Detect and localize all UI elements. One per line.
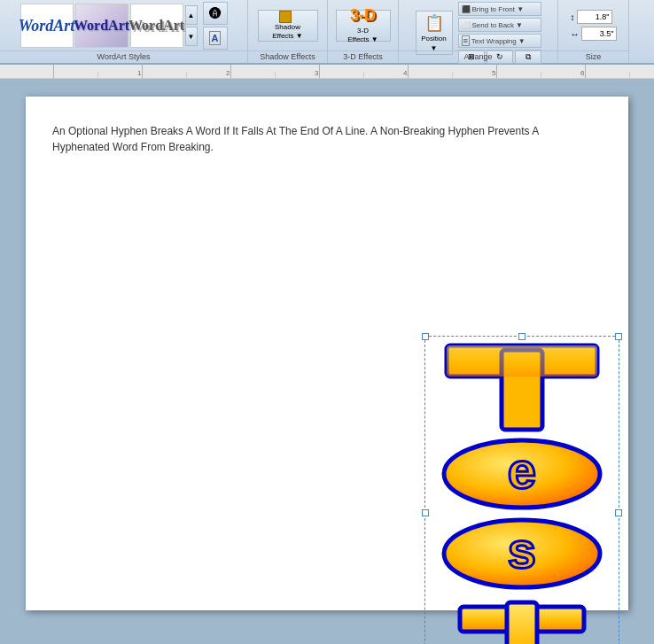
svg-text:3: 3 — [315, 69, 319, 77]
fill-color-icon: 🅐 — [209, 6, 222, 20]
svg-rect-1 — [53, 65, 54, 79]
outline-icon: A — [209, 31, 222, 45]
shadow-sq-main — [279, 11, 292, 23]
send-back-label: Send to Back — [472, 21, 515, 29]
letter-s-svg: s — [438, 516, 606, 592]
handle-mid-left[interactable] — [422, 509, 429, 516]
svg-rect-23 — [447, 345, 597, 376]
size-section: ↕ ↔ Size — [558, 0, 629, 63]
wordart-fill-color-btn[interactable]: 🅐 — [203, 2, 228, 25]
shadow-btn-label: ShadowEffects ▼ — [272, 23, 302, 40]
letter-e-svg: e — [438, 437, 606, 512]
position-label: Position — [421, 35, 446, 43]
height-input[interactable] — [577, 10, 612, 24]
shadow-section-label: Shadow Effects — [248, 50, 327, 61]
3d-effects-icon: 3-D — [350, 6, 376, 25]
text-wrap-label: Text Wrapping — [471, 37, 517, 45]
ribbon-toolbar: WordArt WordArt WordArt ▲ ▼ 🅐 — [0, 0, 654, 65]
arrange-section: 📋 Position ▼ ⬛ Bring to Front ▼ ⬜ Send t… — [399, 0, 558, 63]
svg-rect-14 — [629, 72, 630, 79]
send-back-arrow: ▼ — [516, 21, 523, 29]
wordart-sample-3[interactable]: WordArt — [130, 4, 183, 48]
3d-btn-label: 3-DEffects ▼ — [347, 27, 378, 43]
text-wrapping-btn[interactable]: ≡ Text Wrapping ▼ — [458, 34, 541, 48]
svg-text:2: 2 — [226, 69, 230, 77]
wordart-nav-arrows: ▲ ▼ — [185, 5, 198, 46]
wordart-scroll-down[interactable]: ▼ — [185, 27, 198, 46]
letter-t2-container — [430, 594, 614, 644]
handle-top-mid[interactable] — [518, 333, 526, 340]
svg-rect-10 — [275, 72, 276, 79]
wordart-styles-section: WordArt WordArt WordArt ▲ ▼ 🅐 — [0, 0, 248, 63]
letter-e-container: e — [430, 434, 614, 514]
wordart-sample-2-text: WordArt — [74, 18, 129, 34]
svg-rect-29 — [507, 602, 537, 644]
shadow-effects-icon — [279, 11, 297, 22]
text-wrap-icon: ≡ — [462, 35, 470, 46]
wordart-object[interactable]: e s — [424, 336, 619, 644]
wordart-section-label: WordArt Styles — [0, 50, 247, 61]
position-group: 📋 Position ▼ — [416, 11, 453, 55]
width-icon: ↔ — [571, 29, 580, 39]
wordart-samples: WordArt WordArt WordArt — [20, 4, 183, 48]
svg-text:e: e — [508, 441, 536, 499]
svg-rect-4 — [319, 65, 320, 79]
svg-rect-3 — [230, 65, 231, 79]
svg-rect-7 — [585, 65, 586, 79]
svg-rect-5 — [408, 65, 409, 79]
position-icon: 📋 — [424, 13, 444, 33]
width-row: ↔ — [571, 27, 617, 41]
bring-front-icon: ⬛ — [462, 5, 471, 13]
horizontal-ruler: 1 2 3 4 5 6 — [0, 65, 654, 79]
svg-text:4: 4 — [403, 69, 408, 77]
svg-text:6: 6 — [580, 69, 585, 77]
size-section-label: Size — [558, 50, 628, 61]
wordart-sample-3-text: WordArt — [128, 18, 184, 34]
document-text: An Optional Hyphen Breaks A Word If It F… — [52, 123, 584, 155]
letter-t2-svg — [438, 594, 606, 644]
shadow-effects-btn[interactable]: ShadowEffects ▼ — [258, 10, 318, 42]
svg-text:1: 1 — [137, 69, 142, 77]
size-inputs-group: ↕ ↔ — [571, 10, 617, 41]
width-input[interactable] — [581, 27, 617, 41]
svg-text:s: s — [508, 521, 536, 578]
wordart-sample-1[interactable]: WordArt — [20, 4, 74, 48]
bring-front-label: Bring to Front ▼ — [472, 5, 525, 13]
3d-effects-section: 3-D 3-DEffects ▼ 3-D Effects — [328, 0, 399, 63]
handle-top-right[interactable] — [615, 333, 622, 340]
document-page: An Optional Hyphen Breaks A Word If It F… — [26, 97, 628, 610]
send-to-back-btn[interactable]: ⬜ Send to Back ▼ — [458, 18, 541, 32]
handle-top-left[interactable] — [422, 333, 429, 340]
wordart-sample-1-text: WordArt — [19, 17, 75, 35]
letter-t-container — [430, 341, 614, 434]
height-row: ↕ — [571, 10, 617, 24]
svg-rect-11 — [363, 72, 364, 79]
svg-rect-2 — [142, 65, 143, 79]
wordart-sample-2[interactable]: WordArt — [75, 4, 128, 48]
letter-t-svg — [438, 341, 606, 434]
document-area: An Optional Hyphen Breaks A Word If It F… — [0, 79, 654, 644]
wordart-scroll-up[interactable]: ▲ — [185, 5, 198, 25]
svg-rect-6 — [496, 65, 497, 79]
handle-mid-right[interactable] — [615, 509, 622, 516]
effects-section-label: 3-D Effects — [328, 50, 398, 61]
svg-rect-12 — [452, 72, 453, 79]
svg-rect-13 — [541, 72, 541, 79]
wordart-outline-btn[interactable]: A — [203, 27, 228, 50]
svg-rect-9 — [186, 72, 187, 79]
svg-text:5: 5 — [492, 69, 496, 77]
3d-effects-btn[interactable]: 3-D 3-DEffects ▼ — [336, 10, 391, 42]
letter-s-container: s — [430, 514, 614, 594]
ruler-svg: 1 2 3 4 5 6 — [0, 65, 654, 79]
shadow-effects-section: ShadowEffects ▼ Shadow Effects — [248, 0, 328, 63]
arrange-section-label: Arrange — [399, 50, 557, 61]
height-icon: ↕ — [571, 12, 575, 22]
position-btn[interactable]: 📋 Position ▼ — [416, 11, 453, 55]
svg-rect-8 — [97, 72, 98, 79]
send-back-icon: ⬜ — [462, 21, 471, 29]
bring-to-front-btn[interactable]: ⬛ Bring to Front ▼ — [458, 2, 541, 16]
text-wrap-arrow: ▼ — [518, 37, 526, 45]
wordart-letters-container: e s — [425, 337, 619, 644]
